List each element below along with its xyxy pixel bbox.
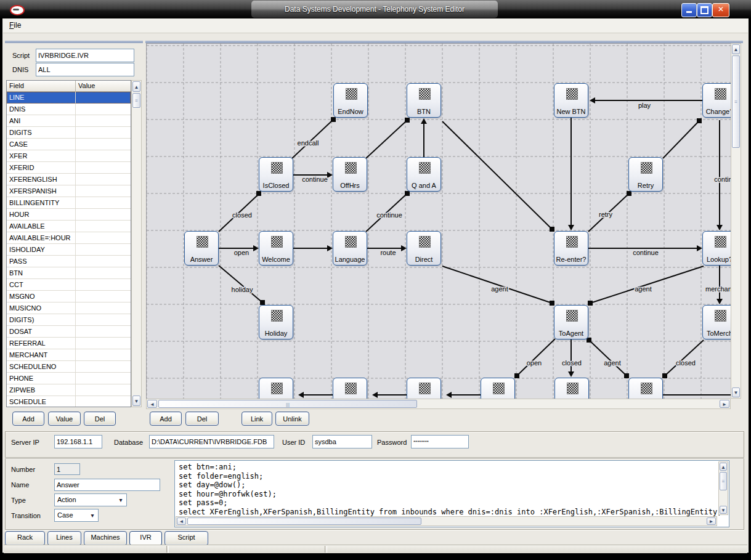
field-row[interactable]: BTN <box>7 267 131 279</box>
diagram-node-re-enter-[interactable]: Re-enter? <box>554 231 588 266</box>
diagram-node-partial[interactable] <box>628 378 663 399</box>
diagram-node-endnow[interactable]: EndNow <box>333 83 368 118</box>
diagram-node-new-btn[interactable]: New BTN <box>554 83 588 118</box>
dnis-input[interactable] <box>36 63 134 76</box>
field-row[interactable]: REFERRAL <box>7 338 131 349</box>
column-header-value[interactable]: Value <box>76 81 131 92</box>
scroll-right-icon[interactable]: ► <box>707 517 716 525</box>
diagram-node-toagent[interactable]: ToAgent <box>554 305 588 339</box>
field-row[interactable]: BILLINGENTITY <box>7 197 131 209</box>
field-row[interactable]: ISHOLIDAY <box>7 244 131 256</box>
diagram-node-partial[interactable] <box>333 378 367 399</box>
tab-ivr[interactable]: IVR <box>129 531 162 545</box>
script-hscrollbar[interactable]: ◄ ► <box>176 516 717 526</box>
tab-machines[interactable]: Machines <box>84 531 127 545</box>
script-hscroll-thumb[interactable] <box>187 517 421 525</box>
scroll-up-icon[interactable]: ▲ <box>732 44 740 54</box>
database-input[interactable] <box>149 435 274 448</box>
scroll-left-icon[interactable]: ◄ <box>147 400 157 408</box>
canvas-add-button[interactable]: Add <box>150 412 182 426</box>
field-table-scrollbar[interactable]: ▲ ≡ ▼ <box>131 80 142 407</box>
field-row[interactable]: MSGNO <box>7 291 131 302</box>
field-row[interactable]: PHONE <box>7 373 131 384</box>
diagram-node-change-[interactable]: Change? <box>702 83 731 118</box>
field-row[interactable]: LINE <box>7 92 131 103</box>
canvas-vscroll-thumb[interactable]: ≡ <box>732 55 740 148</box>
transition-select[interactable]: Case ▾ <box>54 509 99 522</box>
scroll-down-icon[interactable]: ▼ <box>132 396 140 406</box>
field-row[interactable]: XFERID <box>7 162 131 174</box>
diagram-node-retry[interactable]: Retry <box>628 157 663 192</box>
diagram-node-tomerch[interactable]: ToMerch <box>702 305 731 339</box>
field-row[interactable]: SCHEDULENO <box>7 361 131 373</box>
field-row[interactable]: MUSICNO <box>7 302 131 314</box>
script-input[interactable] <box>36 49 134 62</box>
field-row[interactable]: XFERENGLISH <box>7 174 131 185</box>
column-header-field[interactable]: Field <box>7 81 76 92</box>
field-row[interactable]: DOSAT <box>7 326 131 338</box>
scroll-up-icon[interactable]: ▲ <box>132 81 140 92</box>
password-input[interactable] <box>411 435 469 448</box>
canvas-link-button[interactable]: Link <box>242 412 272 426</box>
tab-script[interactable]: Script <box>164 531 208 545</box>
diagram-node-welcome[interactable]: Welcome <box>259 231 293 266</box>
tab-lines[interactable]: Lines <box>47 531 81 545</box>
field-row[interactable]: ZIPWEB <box>7 384 131 396</box>
scroll-down-icon[interactable]: ▼ <box>732 388 740 397</box>
field-row[interactable]: XFER <box>7 150 131 162</box>
minimize-button[interactable] <box>681 3 697 17</box>
diagram-node-offhrs[interactable]: OffHrs <box>333 157 367 192</box>
canvas-del-button[interactable]: Del <box>185 412 219 426</box>
field-row[interactable]: CASE <box>7 139 131 150</box>
field-row[interactable]: XFERSPANISH <box>7 185 131 197</box>
chevron-down-icon[interactable]: ▾ <box>88 511 97 520</box>
user-id-input[interactable] <box>312 435 372 448</box>
close-button[interactable]: ✕ <box>712 3 729 17</box>
scroll-down-icon[interactable]: ▼ <box>720 506 727 514</box>
canvas-hscroll-thumb[interactable]: ||| <box>158 400 417 408</box>
diagram-node-q-and-a[interactable]: Q and A <box>407 157 441 192</box>
diagram-canvas[interactable]: endcallcontinueclosedopenholidayroutecon… <box>146 43 731 399</box>
diagram-node-partial[interactable] <box>554 378 589 399</box>
diagram-node-isclosed[interactable]: IsClosed <box>259 157 293 192</box>
script-vscrollbar[interactable]: ▲ ≡ ▼ <box>718 461 728 515</box>
diagram-node-lookup-[interactable]: Lookup? <box>702 231 731 266</box>
scroll-up-icon[interactable]: ▲ <box>720 463 727 471</box>
field-row[interactable]: ANI <box>7 115 131 127</box>
canvas-hscrollbar[interactable]: ◄ ||| ► <box>146 399 731 409</box>
diagram-node-answer[interactable]: Answer <box>184 231 219 266</box>
server-ip-input[interactable] <box>54 435 102 448</box>
canvas-vscrollbar[interactable]: ▲ ≡ ▼ <box>731 43 741 399</box>
field-row[interactable]: DIGITS) <box>7 314 131 326</box>
number-input[interactable] <box>54 463 80 475</box>
diagram-node-partial[interactable] <box>259 378 293 399</box>
script-vscroll-thumb[interactable]: ≡ <box>720 472 727 490</box>
scroll-left-icon[interactable]: ◄ <box>177 517 186 525</box>
field-value-button[interactable]: Value <box>48 412 81 426</box>
diagram-node-direct[interactable]: Direct <box>407 231 441 266</box>
maximize-button[interactable] <box>697 3 712 17</box>
menu-file[interactable]: File <box>3 18 27 32</box>
field-row[interactable]: SCHEDULE <box>7 396 131 407</box>
diagram-node-btn[interactable]: BTN <box>407 83 441 118</box>
field-row[interactable]: AVAILABLE <box>7 221 131 232</box>
field-row[interactable]: DNIS <box>7 103 131 115</box>
field-row[interactable]: AVAILABLE=:HOUR <box>7 232 131 244</box>
name-input[interactable] <box>54 479 160 491</box>
canvas-unlink-button[interactable]: Unlink <box>275 412 309 426</box>
chevron-down-icon[interactable]: ▾ <box>116 495 125 505</box>
diagram-node-holiday[interactable]: Holiday <box>259 305 293 339</box>
field-row[interactable]: PASS <box>7 256 131 267</box>
field-row[interactable]: CCT <box>7 279 131 291</box>
scroll-right-icon[interactable]: ► <box>720 400 729 408</box>
tab-rack[interactable]: Rack <box>5 531 45 545</box>
field-row[interactable]: DIGITS <box>7 127 131 139</box>
field-row[interactable]: HOUR <box>7 209 131 221</box>
field-del-button[interactable]: Del <box>84 412 116 426</box>
diagram-node-partial[interactable] <box>481 378 515 399</box>
field-add-button[interactable]: Add <box>12 412 44 426</box>
field-row[interactable]: MERCHANT <box>7 349 131 361</box>
diagram-node-language[interactable]: Language <box>333 231 367 266</box>
field-table-scroll-thumb[interactable]: ≡ <box>132 93 140 108</box>
type-select[interactable]: Action ▾ <box>54 493 127 506</box>
